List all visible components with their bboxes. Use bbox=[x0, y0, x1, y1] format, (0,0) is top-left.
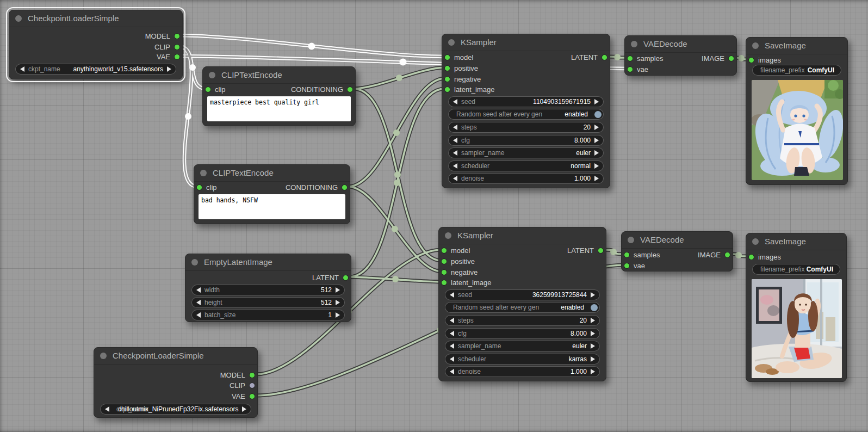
node-title-bar[interactable]: CheckpointLoaderSimple bbox=[9, 10, 182, 27]
widget-sampler-name[interactable]: sampler_name euler bbox=[445, 341, 600, 351]
widget-scheduler[interactable]: scheduler normal bbox=[448, 161, 604, 171]
input-slot-negative[interactable]: negative bbox=[441, 267, 478, 277]
increment-arrow-icon[interactable] bbox=[594, 176, 599, 181]
collapse-dot-icon[interactable] bbox=[448, 39, 455, 46]
node-ksampler-2[interactable]: KSampler model positive negative latent_… bbox=[438, 227, 606, 381]
decrement-arrow-icon[interactable] bbox=[450, 369, 454, 374]
collapse-dot-icon[interactable] bbox=[752, 238, 759, 245]
slot-dot-icon[interactable] bbox=[249, 393, 255, 399]
widget-steps[interactable]: steps 20 bbox=[445, 315, 600, 326]
input-slot-latent-image[interactable]: latent_image bbox=[444, 84, 494, 94]
increment-arrow-icon[interactable] bbox=[594, 163, 599, 169]
collapse-dot-icon[interactable] bbox=[191, 259, 198, 266]
increment-arrow-icon[interactable] bbox=[591, 318, 595, 323]
slot-dot-icon[interactable] bbox=[627, 55, 633, 61]
decrement-arrow-icon[interactable] bbox=[453, 138, 457, 143]
decrement-arrow-icon[interactable] bbox=[453, 99, 457, 104]
slot-dot-icon[interactable] bbox=[343, 275, 349, 281]
output-slot-conditioning[interactable]: CONDITIONING bbox=[291, 84, 353, 94]
node-clip-text-encode-positive[interactable]: CLIPTextEncode clip CONDITIONING masterp… bbox=[202, 66, 356, 126]
slot-dot-icon[interactable] bbox=[441, 258, 447, 264]
increment-arrow-icon[interactable] bbox=[336, 312, 340, 318]
collapse-dot-icon[interactable] bbox=[628, 237, 634, 243]
slot-dot-icon[interactable] bbox=[174, 33, 180, 39]
node-save-image-2[interactable]: SaveImage images filename_prefix ComfyUI bbox=[746, 233, 847, 382]
widget-cfg[interactable]: cfg 8.000 bbox=[445, 328, 600, 339]
decrement-arrow-icon[interactable] bbox=[20, 66, 24, 72]
decrement-arrow-icon[interactable] bbox=[453, 176, 457, 181]
input-slot-negative[interactable]: negative bbox=[444, 74, 481, 84]
node-empty-latent-image[interactable]: EmptyLatentImage LATENT width 512 height… bbox=[185, 254, 351, 322]
widget-random-seed-toggle[interactable]: Random seed after every gen enabled bbox=[448, 109, 604, 120]
decrement-arrow-icon[interactable] bbox=[453, 150, 457, 156]
increment-arrow-icon[interactable] bbox=[594, 150, 599, 156]
input-slot-vae[interactable]: vae bbox=[627, 64, 648, 74]
slot-dot-icon[interactable] bbox=[196, 184, 202, 190]
node-title-bar[interactable]: CLIPTextEncode bbox=[194, 165, 350, 182]
input-slot-vae[interactable]: vae bbox=[624, 261, 645, 270]
slot-dot-icon[interactable] bbox=[598, 248, 604, 254]
collapse-dot-icon[interactable] bbox=[445, 232, 451, 239]
prompt-textarea[interactable]: masterpiece best quality girl bbox=[207, 96, 351, 121]
slot-dot-icon[interactable] bbox=[748, 57, 754, 63]
slot-dot-icon[interactable] bbox=[347, 87, 353, 92]
slot-dot-icon[interactable] bbox=[249, 382, 255, 388]
decrement-arrow-icon[interactable] bbox=[105, 406, 109, 412]
node-ksampler-1[interactable]: KSampler model positive negative latent_… bbox=[442, 34, 610, 188]
widget-denoise[interactable]: denoise 1.000 bbox=[445, 366, 600, 377]
input-slot-latent-image[interactable]: latent_image bbox=[441, 277, 491, 287]
output-slot-image[interactable]: IMAGE bbox=[698, 250, 730, 260]
toggle-knob-icon[interactable] bbox=[594, 111, 602, 118]
slot-dot-icon[interactable] bbox=[342, 184, 348, 190]
widget-batch-size[interactable]: batch_size 1 bbox=[191, 310, 345, 320]
slot-dot-icon[interactable] bbox=[174, 44, 180, 50]
input-slot-samples[interactable]: samples bbox=[627, 53, 663, 63]
output-slot-latent[interactable]: LATENT bbox=[571, 52, 607, 62]
node-title-bar[interactable]: VAEDecode bbox=[625, 36, 736, 53]
slot-dot-icon[interactable] bbox=[441, 248, 447, 254]
slot-dot-icon[interactable] bbox=[748, 254, 754, 260]
widget-scheduler[interactable]: scheduler karras bbox=[445, 354, 600, 365]
output-slot-clip[interactable]: CLIP bbox=[154, 42, 180, 52]
widget-steps[interactable]: steps 20 bbox=[448, 122, 604, 133]
slot-dot-icon[interactable] bbox=[728, 55, 734, 61]
collapse-dot-icon[interactable] bbox=[209, 72, 215, 78]
slot-dot-icon[interactable] bbox=[444, 87, 450, 92]
slot-dot-icon[interactable] bbox=[441, 280, 447, 286]
node-title-bar[interactable]: SaveImage bbox=[746, 233, 846, 250]
increment-arrow-icon[interactable] bbox=[167, 66, 171, 72]
increment-arrow-icon[interactable] bbox=[336, 300, 340, 305]
input-slot-clip[interactable]: clip bbox=[196, 182, 217, 192]
output-slot-vae[interactable]: VAE bbox=[157, 52, 180, 61]
decrement-arrow-icon[interactable] bbox=[450, 343, 454, 349]
decrement-arrow-icon[interactable] bbox=[196, 287, 201, 293]
slot-dot-icon[interactable] bbox=[441, 269, 447, 275]
node-title-bar[interactable]: KSampler bbox=[439, 227, 606, 244]
slot-dot-icon[interactable] bbox=[444, 54, 450, 60]
slot-dot-icon[interactable] bbox=[444, 65, 450, 71]
slot-dot-icon[interactable] bbox=[444, 76, 450, 82]
input-slot-model[interactable]: model bbox=[444, 52, 473, 62]
input-slot-images[interactable]: images bbox=[748, 55, 781, 65]
widget-seed[interactable]: seed 362599913725844 bbox=[445, 289, 600, 300]
decrement-arrow-icon[interactable] bbox=[453, 163, 457, 169]
input-slot-samples[interactable]: samples bbox=[624, 250, 660, 260]
node-vae-decode-1[interactable]: VAEDecode samples vae IMAGE bbox=[624, 35, 737, 76]
output-slot-conditioning[interactable]: CONDITIONING bbox=[286, 182, 348, 192]
output-slot-image[interactable]: IMAGE bbox=[702, 53, 734, 63]
collapse-dot-icon[interactable] bbox=[752, 42, 759, 49]
slot-dot-icon[interactable] bbox=[627, 66, 633, 72]
widget-sampler-name[interactable]: sampler_name euler bbox=[448, 147, 604, 158]
collapse-dot-icon[interactable] bbox=[200, 170, 207, 176]
increment-arrow-icon[interactable] bbox=[336, 287, 340, 293]
decrement-arrow-icon[interactable] bbox=[450, 356, 454, 362]
output-slot-clip[interactable]: CLIP bbox=[230, 380, 255, 390]
increment-arrow-icon[interactable] bbox=[591, 369, 595, 374]
increment-arrow-icon[interactable] bbox=[591, 343, 595, 349]
decrement-arrow-icon[interactable] bbox=[450, 331, 454, 336]
decrement-arrow-icon[interactable] bbox=[196, 312, 201, 318]
widget-width[interactable]: width 512 bbox=[191, 285, 345, 295]
node-title-bar[interactable]: EmptyLatentImage bbox=[185, 254, 351, 271]
node-title-bar[interactable]: KSampler bbox=[442, 34, 610, 51]
slot-dot-icon[interactable] bbox=[205, 87, 211, 92]
